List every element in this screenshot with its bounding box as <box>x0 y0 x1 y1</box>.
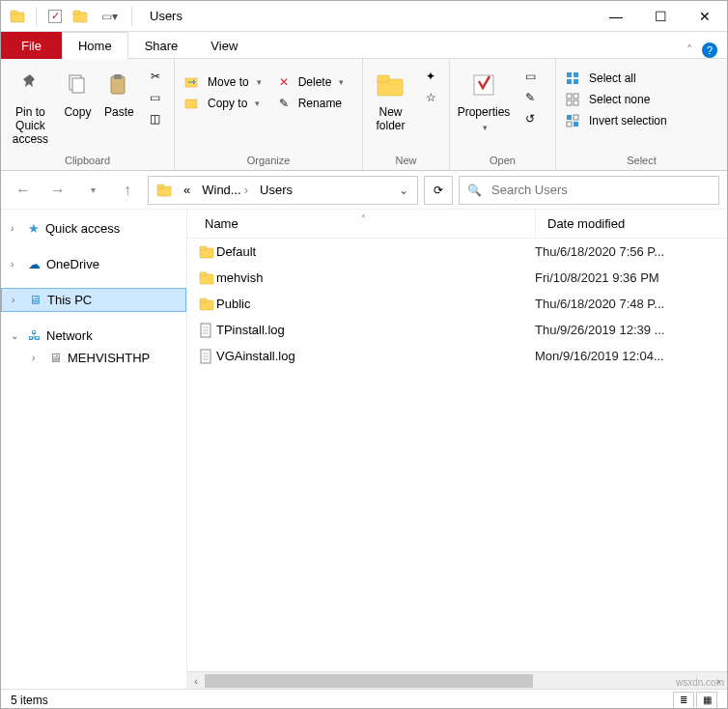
chevron-right-icon[interactable]: › <box>32 353 43 363</box>
up-button[interactable]: ↑ <box>113 176 142 205</box>
select-none-icon <box>566 93 583 106</box>
copy-path-button[interactable]: ▭ <box>143 88 168 107</box>
group-label-new: New <box>369 153 443 170</box>
cut-button[interactable]: ✂ <box>143 67 168 86</box>
quick-access-icon: ★ <box>28 221 40 236</box>
svg-rect-26 <box>157 184 164 188</box>
move-to-button[interactable]: Move to▾ <box>181 72 266 92</box>
horizontal-scrollbar[interactable]: ‹ › <box>187 671 727 689</box>
close-button[interactable]: ✕ <box>683 1 727 32</box>
thumbnails-view-button[interactable]: ▦ <box>696 692 717 709</box>
chevron-right-icon[interactable]: › <box>12 295 23 305</box>
navigation-pane: › ★ Quick access › ☁ OneDrive › 🖥 This P… <box>1 210 187 689</box>
search-box[interactable]: 🔍 <box>459 176 719 205</box>
tab-share[interactable]: Share <box>128 32 195 59</box>
refresh-button[interactable]: ⟳ <box>424 176 453 205</box>
easy-access-button[interactable]: ☆ <box>418 88 443 107</box>
maximize-button[interactable]: ☐ <box>638 1 683 32</box>
edit-button[interactable]: ✎ <box>518 88 543 107</box>
titlebar: ✓ ▭▾ Users — ☐ ✕ <box>1 1 727 32</box>
scroll-track[interactable] <box>205 672 710 689</box>
file-pane: ˄ Name Date modified DefaultThu/6/18/202… <box>187 210 727 689</box>
breadcrumb-segment-1[interactable]: Wind... › <box>196 183 254 197</box>
svg-rect-16 <box>574 79 578 84</box>
minimize-ribbon-icon[interactable]: ˄ <box>686 43 692 57</box>
svg-rect-23 <box>567 122 572 127</box>
paste-shortcut-button[interactable]: ◫ <box>143 109 168 128</box>
chevron-right-icon[interactable]: › <box>11 259 22 269</box>
column-header-date[interactable]: Date modified <box>535 210 625 238</box>
path-icon: ▭ <box>147 91 164 104</box>
select-all-icon <box>566 71 583 85</box>
app-icon <box>7 6 28 27</box>
tab-view[interactable]: View <box>194 32 254 59</box>
recent-locations-button[interactable]: ▾ <box>78 176 107 205</box>
qat-customize-icon[interactable]: ▭▾ <box>95 6 124 27</box>
file-list: DefaultThu/6/18/2020 7:56 P...mehvishFri… <box>187 239 727 671</box>
svg-rect-13 <box>567 72 572 77</box>
chevron-right-icon[interactable]: › <box>11 223 22 234</box>
column-header-name[interactable]: ˄ Name <box>187 216 535 231</box>
delete-icon: ✕ <box>275 75 293 89</box>
copy-button[interactable]: Copy <box>60 63 96 119</box>
delete-button[interactable]: ✕ Delete▾ <box>271 72 349 92</box>
copy-label: Copy <box>64 105 91 119</box>
address-folder-icon <box>151 183 178 198</box>
group-label-select: Select <box>562 153 721 170</box>
sort-ascending-icon: ˄ <box>361 213 366 224</box>
qat-new-folder-icon[interactable] <box>70 6 91 27</box>
forward-button[interactable]: → <box>43 176 72 205</box>
properties-button[interactable]: Properties ▾ <box>456 63 512 132</box>
new-item-button[interactable]: ✦ <box>418 67 443 86</box>
address-bar[interactable]: « Wind... › Users ⌄ <box>148 176 418 205</box>
file-name: VGAinstall.log <box>209 349 523 363</box>
address-dropdown-icon[interactable]: ⌄ <box>392 184 415 197</box>
select-all-button[interactable]: Select all <box>562 69 671 88</box>
list-item[interactable]: DefaultThu/6/18/2020 7:56 P... <box>187 239 727 265</box>
scissors-icon: ✂ <box>147 70 164 83</box>
shortcut-icon: ◫ <box>147 112 164 126</box>
search-input[interactable] <box>490 182 711 198</box>
new-folder-label: New folder <box>369 105 412 132</box>
chevron-down-icon[interactable]: ⌄ <box>11 330 22 341</box>
qat-properties-icon[interactable]: ✓ <box>44 6 66 27</box>
open-button[interactable]: ▭ <box>518 67 543 86</box>
pin-label: Pin to Quick access <box>7 105 54 146</box>
list-item[interactable]: PublicThu/6/18/2020 7:48 P... <box>187 291 727 317</box>
list-item[interactable]: TPinstall.logThu/9/26/2019 12:39 ... <box>187 317 727 343</box>
svg-rect-24 <box>574 122 578 127</box>
tab-file[interactable]: File <box>1 32 62 59</box>
breadcrumb-overflow[interactable]: « <box>178 183 196 197</box>
pin-to-quick-access-button[interactable]: Pin to Quick access <box>7 63 54 146</box>
svg-rect-21 <box>567 115 572 120</box>
help-icon[interactable]: ? <box>702 43 717 58</box>
sidebar-item-network-child[interactable]: › 🖥 MEHVISHTHP <box>1 347 186 369</box>
scroll-left-icon[interactable]: ‹ <box>187 675 205 687</box>
list-item[interactable]: VGAinstall.logMon/9/16/2019 12:04... <box>187 343 727 369</box>
file-date: Thu/6/18/2020 7:48 P... <box>523 297 664 311</box>
invert-selection-button[interactable]: Invert selection <box>562 111 671 130</box>
copy-to-button[interactable]: Copy to▾ <box>181 94 266 113</box>
details-view-button[interactable]: ≣ <box>673 692 694 709</box>
rename-button[interactable]: ✎ Rename <box>271 94 349 113</box>
breadcrumb-segment-2[interactable]: Users <box>254 183 298 197</box>
open-icon: ▭ <box>521 70 539 83</box>
tab-home[interactable]: Home <box>62 32 128 59</box>
svg-rect-20 <box>574 100 578 105</box>
paste-icon <box>106 69 131 101</box>
scroll-thumb[interactable] <box>205 674 533 688</box>
minimize-button[interactable]: — <box>594 1 638 32</box>
new-folder-button[interactable]: New folder <box>369 63 412 132</box>
sidebar-item-quick-access[interactable]: › ★ Quick access <box>1 217 186 240</box>
back-button[interactable]: ← <box>9 176 38 205</box>
sidebar-item-network[interactable]: ⌄ 🖧 Network <box>1 325 186 347</box>
paste-button[interactable]: Paste <box>101 63 137 119</box>
sidebar-item-this-pc[interactable]: › 🖥 This PC <box>1 288 186 312</box>
invert-selection-icon <box>566 114 583 128</box>
new-folder-icon <box>376 69 406 101</box>
list-item[interactable]: mehvishFri/10/8/2021 9:36 PM <box>187 265 727 291</box>
sidebar-item-onedrive[interactable]: › ☁ OneDrive <box>1 253 186 275</box>
select-none-button[interactable]: Select none <box>562 90 671 109</box>
history-button[interactable]: ↺ <box>518 109 543 128</box>
quick-access-toolbar: ✓ ▭▾ <box>1 6 142 27</box>
